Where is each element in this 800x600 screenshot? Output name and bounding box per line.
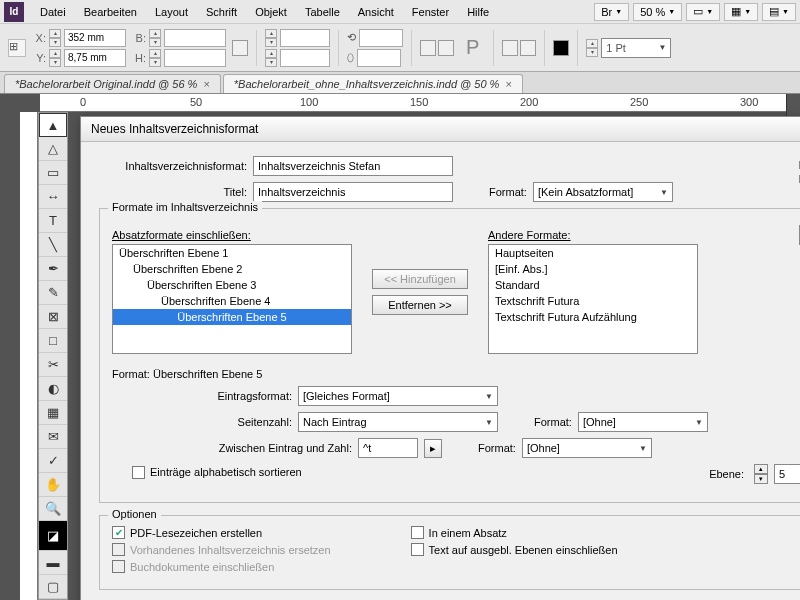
menu-schrift[interactable]: Schrift — [198, 3, 245, 21]
p-icon: P — [460, 36, 485, 59]
close-icon[interactable]: × — [505, 78, 511, 90]
list-item[interactable]: Textschrift Futura — [489, 293, 697, 309]
menu-ansicht[interactable]: Ansicht — [350, 3, 402, 21]
format4-label: Format: — [478, 442, 516, 454]
ruler-vertical — [20, 112, 38, 600]
flip-h-icon[interactable] — [420, 40, 436, 56]
scale-x-input[interactable] — [280, 29, 330, 47]
x-input[interactable] — [64, 29, 126, 47]
menu-layout[interactable]: Layout — [147, 3, 196, 21]
seitenzahl-select[interactable]: Nach Eintrag▼ — [298, 412, 498, 432]
bridge-button[interactable]: Br▼ — [594, 3, 629, 21]
other-listbox[interactable]: Hauptseiten [Einf. Abs.] Standard Textsc… — [488, 244, 698, 354]
pencil-tool[interactable]: ✎ — [39, 281, 67, 305]
note-tool[interactable]: ✉ — [39, 425, 67, 449]
view-mode-icon[interactable]: ▢ — [39, 575, 67, 599]
rectangle-frame-tool[interactable]: ⊠ — [39, 305, 67, 329]
remove-button[interactable]: Entfernen >> — [372, 295, 468, 315]
zoom-dropdown[interactable]: 50 %▼ — [633, 3, 682, 21]
list-item[interactable]: Überschriften Ebene 4 — [113, 293, 351, 309]
scissors-tool[interactable]: ✂ — [39, 353, 67, 377]
b-input[interactable] — [164, 29, 226, 47]
list-item[interactable]: [Einf. Abs.] — [489, 261, 697, 277]
format-input[interactable] — [253, 156, 453, 176]
absatz-checkbox[interactable] — [411, 526, 424, 539]
other-label: Andere Formate: — [488, 229, 698, 241]
menu-fenster[interactable]: Fenster — [404, 3, 457, 21]
pen-tool[interactable]: ✒ — [39, 257, 67, 281]
format-heading: Format: Überschriften Ebene 5 — [112, 368, 800, 380]
b-stepper[interactable]: ▴▾ — [149, 29, 161, 47]
select-container-icon[interactable] — [502, 40, 518, 56]
select-content-icon[interactable] — [520, 40, 536, 56]
replace-checkbox — [112, 543, 125, 556]
line-tool[interactable]: ╲ — [39, 233, 67, 257]
scale-y-input[interactable] — [280, 49, 330, 67]
document-tabs: *Bachelorarbeit Original.indd @ 56 %× *B… — [0, 72, 800, 94]
format2-select[interactable]: [Kein Absatzformat]▼ — [533, 182, 673, 202]
format4-select[interactable]: [Ohne]▼ — [522, 438, 652, 458]
direct-selection-tool[interactable]: △ — [39, 137, 67, 161]
rectangle-tool[interactable]: □ — [39, 329, 67, 353]
app-icon: Id — [4, 2, 24, 22]
rotate-input[interactable] — [359, 29, 403, 47]
list-item[interactable]: Überschriften Ebene 1 — [113, 245, 351, 261]
stroke-weight-select[interactable]: 1 Pt▼ — [601, 38, 671, 58]
list-item[interactable]: Hauptseiten — [489, 245, 697, 261]
ref-point-icon[interactable]: ⊞ — [8, 39, 26, 57]
x-stepper[interactable]: ▴▾ — [49, 29, 61, 47]
menu-tabelle[interactable]: Tabelle — [297, 3, 348, 21]
format3-label: Format: — [534, 416, 572, 428]
arrange-button[interactable]: ▦▼ — [724, 3, 758, 21]
ebene-select[interactable]: 5▼ — [774, 464, 800, 484]
menu-hilfe[interactable]: Hilfe — [459, 3, 497, 21]
workspace-button[interactable]: ▤▼ — [762, 3, 796, 21]
close-icon[interactable]: × — [203, 78, 209, 90]
gap-tool[interactable]: ↔ — [39, 185, 67, 209]
h-stepper[interactable]: ▴▾ — [149, 49, 161, 67]
control-bar: ⊞ X:▴▾ Y:▴▾ B:▴▾ H:▴▾ ▴▾ ▴▾ ⟲ ⬯ P ▴▾1 Pt… — [0, 24, 800, 72]
sort-checkbox[interactable] — [132, 466, 145, 479]
screen-mode-button[interactable]: ▭▼ — [686, 3, 720, 21]
format3-select[interactable]: [Ohne]▼ — [578, 412, 708, 432]
tab-0[interactable]: *Bachelorarbeit Original.indd @ 56 %× — [4, 74, 221, 93]
list-item[interactable]: Überschriften Ebene 2 — [113, 261, 351, 277]
format-label: Inhaltsverzeichnisformat: — [99, 160, 247, 172]
h-label: H: — [132, 52, 146, 64]
page-tool[interactable]: ▭ — [39, 161, 67, 185]
zoom-tool[interactable]: 🔍 — [39, 497, 67, 521]
link-icon[interactable] — [232, 40, 248, 56]
special-char-button[interactable]: ▸ — [424, 439, 442, 458]
pdf-checkbox[interactable]: ✔ — [112, 526, 125, 539]
h-input[interactable] — [164, 49, 226, 67]
menu-bearbeiten[interactable]: Bearbeiten — [76, 3, 145, 21]
shear-input[interactable] — [357, 49, 401, 67]
list-item-selected[interactable]: Überschriften Ebene 5 — [113, 309, 351, 325]
fill-stroke-swatch[interactable]: ◪ — [39, 521, 67, 551]
list-item[interactable]: Textschrift Futura Aufzählung — [489, 309, 697, 325]
zwischen-input[interactable] — [358, 438, 418, 458]
list-item[interactable]: Überschriften Ebene 3 — [113, 277, 351, 293]
hand-tool[interactable]: ✋ — [39, 473, 67, 497]
tab-1[interactable]: *Bachelorarbeit_ohne_Inhaltsverzeichnis.… — [223, 74, 523, 93]
b-label: B: — [132, 32, 146, 44]
include-listbox[interactable]: Überschriften Ebene 1 Überschriften Eben… — [112, 244, 352, 354]
selection-tool[interactable]: ▲ — [39, 113, 67, 137]
eyedropper-tool[interactable]: ✓ — [39, 449, 67, 473]
ebene-stepper[interactable]: ▴▾ — [754, 464, 768, 484]
gradient-tool[interactable]: ▦ — [39, 401, 67, 425]
hidden-checkbox[interactable] — [411, 543, 424, 556]
y-input[interactable] — [64, 49, 126, 67]
y-stepper[interactable]: ▴▾ — [49, 49, 61, 67]
menu-datei[interactable]: Datei — [32, 3, 74, 21]
fill-swatch[interactable] — [553, 40, 569, 56]
free-transform-tool[interactable]: ◐ — [39, 377, 67, 401]
flip-v-icon[interactable] — [438, 40, 454, 56]
eintragsformat-select[interactable]: [Gleiches Format]▼ — [298, 386, 498, 406]
titel-input[interactable] — [253, 182, 453, 202]
type-tool[interactable]: T — [39, 209, 67, 233]
list-item[interactable]: Standard — [489, 277, 697, 293]
add-button[interactable]: << Hinzufügen — [372, 269, 468, 289]
color-apply-icon[interactable]: ▬ — [39, 551, 67, 575]
menu-objekt[interactable]: Objekt — [247, 3, 295, 21]
